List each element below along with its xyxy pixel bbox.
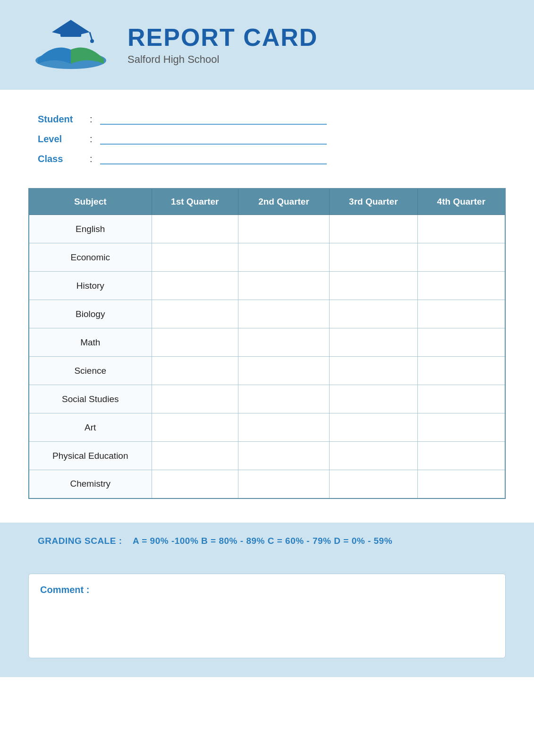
level-row: Level : xyxy=(38,133,496,145)
col-q1: 1st Quarter xyxy=(152,189,238,215)
q4-grade-cell[interactable] xyxy=(417,357,505,385)
subject-cell: Biology xyxy=(29,300,152,328)
class-input[interactable] xyxy=(100,153,327,164)
q1-grade-cell[interactable] xyxy=(152,413,238,442)
table-header-row: Subject 1st Quarter 2nd Quarter 3rd Quar… xyxy=(29,189,505,215)
table-row: Social Studies xyxy=(29,385,505,413)
student-info-section: Student : Level : Class : xyxy=(0,90,534,179)
q4-grade-cell[interactable] xyxy=(417,243,505,272)
q4-grade-cell[interactable] xyxy=(417,442,505,470)
subject-cell: Economic xyxy=(29,243,152,272)
student-label: Student xyxy=(38,114,85,125)
table-row: Physical Education xyxy=(29,442,505,470)
table-row: English xyxy=(29,215,505,243)
table-row: History xyxy=(29,272,505,300)
q3-grade-cell[interactable] xyxy=(329,413,417,442)
grades-table: Subject 1st Quarter 2nd Quarter 3rd Quar… xyxy=(28,188,506,499)
table-row: Science xyxy=(29,357,505,385)
grading-scale-label: GRADING SCALE : A = 90% -100% B = 80% - … xyxy=(38,536,392,546)
q2-grade-cell[interactable] xyxy=(238,385,330,413)
class-row: Class : xyxy=(38,153,496,164)
q4-grade-cell[interactable] xyxy=(417,272,505,300)
table-row: Chemistry xyxy=(29,470,505,498)
q2-grade-cell[interactable] xyxy=(238,413,330,442)
subject-cell: Math xyxy=(29,328,152,357)
table-row: Art xyxy=(29,413,505,442)
subject-cell: Art xyxy=(29,413,152,442)
grading-scale-section: GRADING SCALE : A = 90% -100% B = 80% - … xyxy=(0,523,534,559)
q2-grade-cell[interactable] xyxy=(238,328,330,357)
subject-cell: English xyxy=(29,215,152,243)
q2-grade-cell[interactable] xyxy=(238,243,330,272)
q3-grade-cell[interactable] xyxy=(329,470,417,498)
level-input[interactable] xyxy=(100,133,327,145)
student-row: Student : xyxy=(38,113,496,125)
q2-grade-cell[interactable] xyxy=(238,300,330,328)
svg-line-3 xyxy=(90,32,92,40)
subject-cell: Science xyxy=(29,357,152,385)
q3-grade-cell[interactable] xyxy=(329,243,417,272)
q4-grade-cell[interactable] xyxy=(417,328,505,357)
q1-grade-cell[interactable] xyxy=(152,385,238,413)
table-section: Subject 1st Quarter 2nd Quarter 3rd Quar… xyxy=(0,179,534,513)
q4-grade-cell[interactable] xyxy=(417,470,505,498)
q3-grade-cell[interactable] xyxy=(329,328,417,357)
q1-grade-cell[interactable] xyxy=(152,442,238,470)
col-q2: 2nd Quarter xyxy=(238,189,330,215)
school-logo xyxy=(28,14,113,76)
school-name: Salford High School xyxy=(127,53,318,66)
q4-grade-cell[interactable] xyxy=(417,413,505,442)
q4-grade-cell[interactable] xyxy=(417,215,505,243)
table-row: Economic xyxy=(29,243,505,272)
q1-grade-cell[interactable] xyxy=(152,470,238,498)
q2-grade-cell[interactable] xyxy=(238,442,330,470)
q3-grade-cell[interactable] xyxy=(329,442,417,470)
q1-grade-cell[interactable] xyxy=(152,300,238,328)
q3-grade-cell[interactable] xyxy=(329,385,417,413)
col-q4: 4th Quarter xyxy=(417,189,505,215)
page-title: REPORT CARD xyxy=(127,24,318,51)
student-colon: : xyxy=(90,114,93,125)
level-colon: : xyxy=(90,134,93,145)
subject-cell: Chemistry xyxy=(29,470,152,498)
q1-grade-cell[interactable] xyxy=(152,357,238,385)
logo-area xyxy=(28,14,113,76)
class-colon: : xyxy=(90,154,93,164)
page: REPORT CARD Salford High School Student … xyxy=(0,0,534,756)
q3-grade-cell[interactable] xyxy=(329,300,417,328)
q3-grade-cell[interactable] xyxy=(329,215,417,243)
level-label: Level xyxy=(38,134,85,145)
q3-grade-cell[interactable] xyxy=(329,272,417,300)
comment-content[interactable] xyxy=(40,600,494,647)
subject-cell: Social Studies xyxy=(29,385,152,413)
comment-section: Comment : xyxy=(0,559,534,677)
svg-point-4 xyxy=(90,39,94,43)
q1-grade-cell[interactable] xyxy=(152,328,238,357)
q2-grade-cell[interactable] xyxy=(238,470,330,498)
q2-grade-cell[interactable] xyxy=(238,215,330,243)
q4-grade-cell[interactable] xyxy=(417,385,505,413)
comment-label: Comment : xyxy=(40,584,494,595)
table-row: Biology xyxy=(29,300,505,328)
q1-grade-cell[interactable] xyxy=(152,215,238,243)
q2-grade-cell[interactable] xyxy=(238,357,330,385)
q3-grade-cell[interactable] xyxy=(329,357,417,385)
col-q3: 3rd Quarter xyxy=(329,189,417,215)
subject-cell: History xyxy=(29,272,152,300)
q4-grade-cell[interactable] xyxy=(417,300,505,328)
svg-marker-2 xyxy=(52,20,90,37)
header-text: REPORT CARD Salford High School xyxy=(127,24,318,65)
student-input[interactable] xyxy=(100,113,327,125)
class-label: Class xyxy=(38,154,85,164)
q1-grade-cell[interactable] xyxy=(152,243,238,272)
q2-grade-cell[interactable] xyxy=(238,272,330,300)
table-row: Math xyxy=(29,328,505,357)
subject-cell: Physical Education xyxy=(29,442,152,470)
q1-grade-cell[interactable] xyxy=(152,272,238,300)
col-subject: Subject xyxy=(29,189,152,215)
comment-box: Comment : xyxy=(28,574,506,658)
header-section: REPORT CARD Salford High School xyxy=(0,0,534,90)
